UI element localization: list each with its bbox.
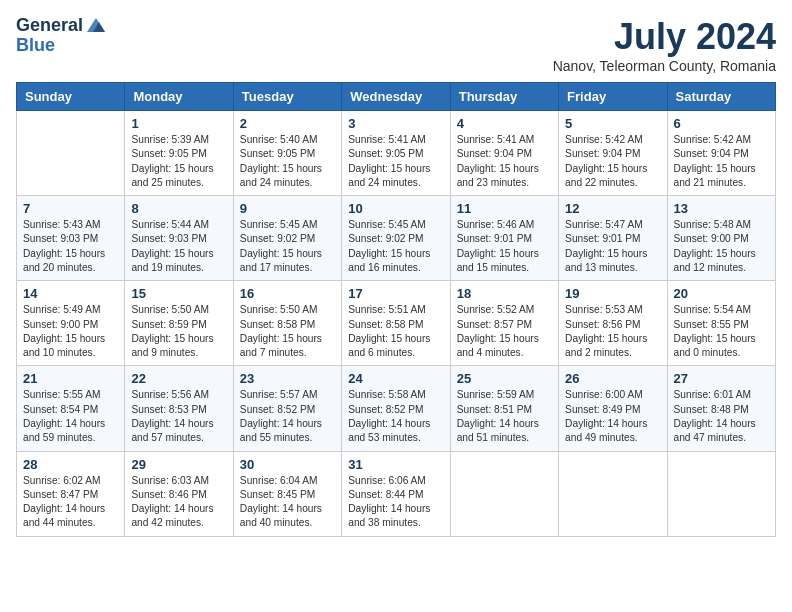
day-number: 27	[674, 371, 769, 386]
day-info: Sunrise: 5:56 AM Sunset: 8:53 PM Dayligh…	[131, 388, 226, 445]
day-number: 26	[565, 371, 660, 386]
day-info: Sunrise: 6:01 AM Sunset: 8:48 PM Dayligh…	[674, 388, 769, 445]
calendar-cell: 19Sunrise: 5:53 AM Sunset: 8:56 PM Dayli…	[559, 281, 667, 366]
calendar-cell: 20Sunrise: 5:54 AM Sunset: 8:55 PM Dayli…	[667, 281, 775, 366]
day-info: Sunrise: 5:47 AM Sunset: 9:01 PM Dayligh…	[565, 218, 660, 275]
day-number: 29	[131, 457, 226, 472]
day-info: Sunrise: 5:54 AM Sunset: 8:55 PM Dayligh…	[674, 303, 769, 360]
day-info: Sunrise: 5:41 AM Sunset: 9:04 PM Dayligh…	[457, 133, 552, 190]
calendar-cell: 16Sunrise: 5:50 AM Sunset: 8:58 PM Dayli…	[233, 281, 341, 366]
day-number: 23	[240, 371, 335, 386]
logo-icon	[85, 14, 107, 36]
calendar-cell: 2Sunrise: 5:40 AM Sunset: 9:05 PM Daylig…	[233, 111, 341, 196]
day-info: Sunrise: 5:52 AM Sunset: 8:57 PM Dayligh…	[457, 303, 552, 360]
day-header-friday: Friday	[559, 83, 667, 111]
day-info: Sunrise: 6:06 AM Sunset: 8:44 PM Dayligh…	[348, 474, 443, 531]
day-header-thursday: Thursday	[450, 83, 558, 111]
calendar-cell: 17Sunrise: 5:51 AM Sunset: 8:58 PM Dayli…	[342, 281, 450, 366]
day-header-saturday: Saturday	[667, 83, 775, 111]
day-info: Sunrise: 5:39 AM Sunset: 9:05 PM Dayligh…	[131, 133, 226, 190]
day-number: 1	[131, 116, 226, 131]
logo-general: General	[16, 16, 83, 36]
calendar-week-row: 1Sunrise: 5:39 AM Sunset: 9:05 PM Daylig…	[17, 111, 776, 196]
calendar-cell: 1Sunrise: 5:39 AM Sunset: 9:05 PM Daylig…	[125, 111, 233, 196]
day-info: Sunrise: 5:53 AM Sunset: 8:56 PM Dayligh…	[565, 303, 660, 360]
calendar-cell: 12Sunrise: 5:47 AM Sunset: 9:01 PM Dayli…	[559, 196, 667, 281]
calendar-cell	[17, 111, 125, 196]
calendar-cell: 24Sunrise: 5:58 AM Sunset: 8:52 PM Dayli…	[342, 366, 450, 451]
day-info: Sunrise: 5:50 AM Sunset: 8:59 PM Dayligh…	[131, 303, 226, 360]
day-info: Sunrise: 6:00 AM Sunset: 8:49 PM Dayligh…	[565, 388, 660, 445]
calendar-cell: 23Sunrise: 5:57 AM Sunset: 8:52 PM Dayli…	[233, 366, 341, 451]
day-number: 12	[565, 201, 660, 216]
day-info: Sunrise: 6:04 AM Sunset: 8:45 PM Dayligh…	[240, 474, 335, 531]
day-info: Sunrise: 5:42 AM Sunset: 9:04 PM Dayligh…	[565, 133, 660, 190]
day-info: Sunrise: 5:45 AM Sunset: 9:02 PM Dayligh…	[348, 218, 443, 275]
day-number: 4	[457, 116, 552, 131]
calendar-week-row: 28Sunrise: 6:02 AM Sunset: 8:47 PM Dayli…	[17, 451, 776, 536]
day-number: 2	[240, 116, 335, 131]
day-info: Sunrise: 5:44 AM Sunset: 9:03 PM Dayligh…	[131, 218, 226, 275]
day-number: 6	[674, 116, 769, 131]
day-info: Sunrise: 5:41 AM Sunset: 9:05 PM Dayligh…	[348, 133, 443, 190]
day-number: 21	[23, 371, 118, 386]
day-number: 13	[674, 201, 769, 216]
day-info: Sunrise: 5:48 AM Sunset: 9:00 PM Dayligh…	[674, 218, 769, 275]
day-info: Sunrise: 5:58 AM Sunset: 8:52 PM Dayligh…	[348, 388, 443, 445]
calendar-cell	[667, 451, 775, 536]
day-number: 20	[674, 286, 769, 301]
calendar-table: SundayMondayTuesdayWednesdayThursdayFrid…	[16, 82, 776, 537]
calendar-cell: 27Sunrise: 6:01 AM Sunset: 8:48 PM Dayli…	[667, 366, 775, 451]
day-number: 31	[348, 457, 443, 472]
day-number: 28	[23, 457, 118, 472]
calendar-cell: 28Sunrise: 6:02 AM Sunset: 8:47 PM Dayli…	[17, 451, 125, 536]
calendar-week-row: 14Sunrise: 5:49 AM Sunset: 9:00 PM Dayli…	[17, 281, 776, 366]
calendar-cell: 9Sunrise: 5:45 AM Sunset: 9:02 PM Daylig…	[233, 196, 341, 281]
title-block: July 2024 Nanov, Teleorman County, Roman…	[553, 16, 776, 74]
calendar-cell: 10Sunrise: 5:45 AM Sunset: 9:02 PM Dayli…	[342, 196, 450, 281]
day-number: 10	[348, 201, 443, 216]
day-number: 15	[131, 286, 226, 301]
day-header-sunday: Sunday	[17, 83, 125, 111]
calendar-cell: 3Sunrise: 5:41 AM Sunset: 9:05 PM Daylig…	[342, 111, 450, 196]
day-number: 30	[240, 457, 335, 472]
calendar-cell	[559, 451, 667, 536]
day-number: 24	[348, 371, 443, 386]
logo-blue: Blue	[16, 36, 55, 56]
calendar-week-row: 21Sunrise: 5:55 AM Sunset: 8:54 PM Dayli…	[17, 366, 776, 451]
day-number: 7	[23, 201, 118, 216]
day-number: 18	[457, 286, 552, 301]
day-info: Sunrise: 5:46 AM Sunset: 9:01 PM Dayligh…	[457, 218, 552, 275]
day-info: Sunrise: 5:57 AM Sunset: 8:52 PM Dayligh…	[240, 388, 335, 445]
day-info: Sunrise: 5:43 AM Sunset: 9:03 PM Dayligh…	[23, 218, 118, 275]
day-header-wednesday: Wednesday	[342, 83, 450, 111]
day-info: Sunrise: 6:03 AM Sunset: 8:46 PM Dayligh…	[131, 474, 226, 531]
calendar-cell: 4Sunrise: 5:41 AM Sunset: 9:04 PM Daylig…	[450, 111, 558, 196]
day-info: Sunrise: 5:55 AM Sunset: 8:54 PM Dayligh…	[23, 388, 118, 445]
day-info: Sunrise: 5:45 AM Sunset: 9:02 PM Dayligh…	[240, 218, 335, 275]
day-header-monday: Monday	[125, 83, 233, 111]
day-number: 9	[240, 201, 335, 216]
logo: General Blue	[16, 16, 107, 56]
page-header: General Blue July 2024 Nanov, Teleorman …	[16, 16, 776, 74]
day-info: Sunrise: 5:51 AM Sunset: 8:58 PM Dayligh…	[348, 303, 443, 360]
calendar-cell: 30Sunrise: 6:04 AM Sunset: 8:45 PM Dayli…	[233, 451, 341, 536]
day-number: 17	[348, 286, 443, 301]
day-info: Sunrise: 6:02 AM Sunset: 8:47 PM Dayligh…	[23, 474, 118, 531]
calendar-cell: 15Sunrise: 5:50 AM Sunset: 8:59 PM Dayli…	[125, 281, 233, 366]
calendar-cell: 13Sunrise: 5:48 AM Sunset: 9:00 PM Dayli…	[667, 196, 775, 281]
calendar-cell: 25Sunrise: 5:59 AM Sunset: 8:51 PM Dayli…	[450, 366, 558, 451]
day-number: 3	[348, 116, 443, 131]
calendar-header-row: SundayMondayTuesdayWednesdayThursdayFrid…	[17, 83, 776, 111]
location-subtitle: Nanov, Teleorman County, Romania	[553, 58, 776, 74]
calendar-cell: 14Sunrise: 5:49 AM Sunset: 9:00 PM Dayli…	[17, 281, 125, 366]
day-info: Sunrise: 5:42 AM Sunset: 9:04 PM Dayligh…	[674, 133, 769, 190]
calendar-cell: 7Sunrise: 5:43 AM Sunset: 9:03 PM Daylig…	[17, 196, 125, 281]
calendar-cell: 11Sunrise: 5:46 AM Sunset: 9:01 PM Dayli…	[450, 196, 558, 281]
day-info: Sunrise: 5:40 AM Sunset: 9:05 PM Dayligh…	[240, 133, 335, 190]
calendar-cell: 5Sunrise: 5:42 AM Sunset: 9:04 PM Daylig…	[559, 111, 667, 196]
calendar-cell: 8Sunrise: 5:44 AM Sunset: 9:03 PM Daylig…	[125, 196, 233, 281]
day-info: Sunrise: 5:50 AM Sunset: 8:58 PM Dayligh…	[240, 303, 335, 360]
calendar-cell: 26Sunrise: 6:00 AM Sunset: 8:49 PM Dayli…	[559, 366, 667, 451]
day-number: 14	[23, 286, 118, 301]
